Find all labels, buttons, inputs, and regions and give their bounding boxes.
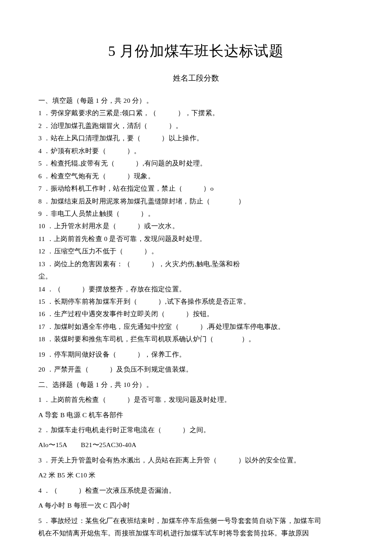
fill-q20: 20 ．严禁开盖（ ）及负压不到规定值装煤。 bbox=[38, 363, 354, 375]
choice-q2: 2 ．加煤车走行电机走行时正常电流在（ ）之间。 bbox=[38, 424, 354, 436]
choice-q5a: 5 ．事故经过：某焦化厂在夜班结束时，加煤车停车后焦侧一号导套套筒自动下落，加煤… bbox=[38, 514, 354, 527]
fill-q6: 6 ．检查空气炮有无（ ）现象。 bbox=[38, 170, 354, 182]
choice-q4: 4 ．（ ）检查一次液压系统是否漏油。 bbox=[38, 484, 354, 497]
fill-q1: 1 ．劳保穿戴要求的三紧是:领口紧，（ ），下摆紧。 bbox=[38, 107, 354, 119]
fill-q17: 17 ．加煤时如遇全车停电，应先通知中控室（ ）,再处理加煤车停电事故。 bbox=[38, 320, 354, 333]
page-title: 5 月份加煤车班长达标试题 bbox=[38, 38, 354, 64]
fill-q9: 9 ．非电工人员禁止触摸（ ）。 bbox=[38, 207, 354, 220]
fill-q4: 4 ．炉顶有积水时要（ ）。 bbox=[38, 145, 354, 157]
section-1-header: 一、填空题（每题 1 分，共 20 分）。 bbox=[38, 94, 354, 107]
fill-q5: 5 ．检查托辊,皮带有无（ ）,有问题的及时处理。 bbox=[38, 157, 354, 169]
page-subtitle: 姓名工段分数 bbox=[38, 72, 354, 85]
fill-q13: 13 ．岗位上的危害因素有：（ ），火灾,灼伤,触电,坠落和粉 bbox=[38, 258, 354, 270]
fill-q16: 16 ．生产过程中遇突发事件时立即关闭（ ）按钮。 bbox=[38, 308, 354, 320]
fill-q11: 11 ．上岗前首先检查 0 是否可靠，发现问题及时处理。 bbox=[38, 232, 354, 245]
choice-q2-options: Alo〜15A B21〜25AC30-40A bbox=[38, 439, 354, 451]
choice-q1-options: A 导套 B 电源 C 机车各部件 bbox=[38, 409, 354, 421]
choice-q5b: 机在不知情离开熄焦车。而接班加煤车司机进行加煤车试车时将导套套筒拉坏。事故原因 bbox=[38, 527, 354, 539]
fill-q2: 2 ．治理加煤孔盖跑烟冒火，清刮（ ）。 bbox=[38, 119, 354, 132]
fill-q19: 19 ．停车期间做好设备（ ），保养工作。 bbox=[38, 348, 354, 360]
section-2-header: 二、选择题（每题 1 分，共 10 分）。 bbox=[38, 378, 354, 391]
choice-q1: 1 ．上岗前首先检查（ ）是否可靠，发现问题及时处理。 bbox=[38, 393, 354, 406]
fill-q7: 7 ．振动给料机工作时，站在指定位置，禁止（ ）o bbox=[38, 182, 354, 195]
fill-q8: 8 ．加煤结束后及时用泥浆将加煤孔盖缝隙封堵，防止（ ） bbox=[38, 195, 354, 207]
choice-q3: 3 ．开关上升管盖时会有热水溅出，人员站在距离上升管（ ）以外的安全位置。 bbox=[38, 454, 354, 466]
fill-q14: 14 ．（ ）要摆放整齐，存放在指定位置。 bbox=[38, 283, 354, 295]
fill-q3: 3 ．站在上风口清理加煤孔，要（ ）以上操作。 bbox=[38, 132, 354, 144]
choice-q3-options: A2 米 B5 米 C10 米 bbox=[38, 469, 354, 481]
fill-q12: 12 ．压缩空气压力不低于（ ）。 bbox=[38, 245, 354, 257]
fill-q10: 10 ．上升管水封用水是（ ）或一次水。 bbox=[38, 220, 354, 232]
fill-q18: 18 ．装煤时要和推焦车司机，拦焦车司机联系确认炉门（ ）。 bbox=[38, 333, 354, 345]
fill-q15: 15 ．长期停车前将加煤车开到（ ）,试下各操作系统是否正常。 bbox=[38, 295, 354, 308]
fill-q13b: 尘。 bbox=[38, 270, 354, 282]
choice-q4-options: A 每小时 B 每班一次 C 四小时 bbox=[38, 499, 354, 511]
